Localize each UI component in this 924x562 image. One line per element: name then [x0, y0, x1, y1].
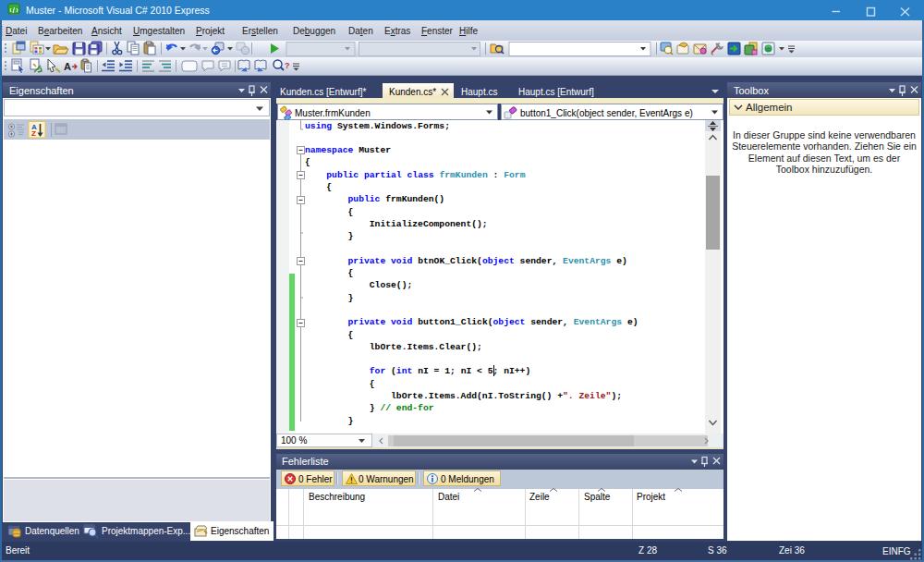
svg-text:Beschreibung: Beschreibung: [309, 492, 365, 502]
svg-text:A: A: [64, 61, 71, 72]
svg-text:Z: Z: [31, 129, 36, 138]
svg-text:?: ?: [285, 61, 290, 70]
svg-text:Spalte: Spalte: [584, 492, 611, 502]
svg-text:Datei: Datei: [438, 492, 459, 502]
svg-text:Zeile: Zeile: [529, 492, 550, 502]
svg-text:Projekt: Projekt: [637, 492, 665, 502]
